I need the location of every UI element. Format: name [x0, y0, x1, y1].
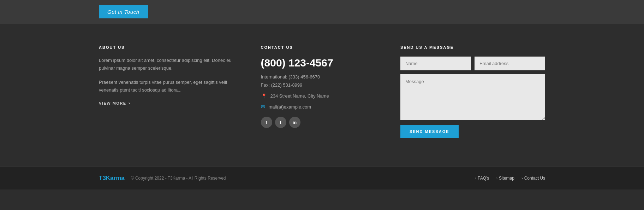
copyright-text: © Copyright 2022 - T3Karma - All Rights … — [131, 176, 226, 181]
name-input[interactable] — [400, 57, 471, 70]
footer-nav-contact[interactable]: › Contact Us — [521, 176, 545, 181]
address-text: 234 Street Name, City Name — [270, 93, 329, 99]
email-row: ✉ mail(at)example.com — [261, 104, 372, 110]
send-message-title: SEND US A MESSAGE — [400, 45, 545, 49]
view-more-label: VIEW MORE — [99, 101, 126, 105]
view-more-arrow-icon: › — [129, 100, 131, 106]
about-us-title: ABOUT US — [99, 45, 233, 49]
main-content: ABOUT US Lorem ipsum dolor sit amet, con… — [0, 24, 644, 167]
facebook-icon[interactable]: f — [261, 117, 272, 128]
send-message-button[interactable]: SEND MESSAGE — [400, 125, 459, 138]
phone-number: (800) 123-4567 — [261, 57, 372, 69]
brand-suffix: Karma — [106, 175, 125, 181]
faqs-arrow-icon: › — [475, 176, 476, 180]
fax-number: Fax: (222) 531-8999 — [261, 82, 372, 88]
about-us-section: ABOUT US Lorem ipsum dolor sit amet, con… — [99, 45, 233, 138]
brand-prefix: T3 — [99, 175, 106, 181]
top-bar: Get in Touch — [0, 0, 644, 24]
contact-label: Contact Us — [524, 176, 545, 181]
location-icon: 📍 — [261, 93, 267, 99]
international-phone: International: (333) 456-6670 — [261, 74, 372, 80]
email-icon: ✉ — [261, 104, 265, 110]
view-more-link[interactable]: VIEW MORE › — [99, 100, 233, 106]
footer-nav-faqs[interactable]: › FAQ's — [475, 176, 489, 181]
contact-arrow-icon: › — [521, 176, 523, 180]
address-row: 📍 234 Street Name, City Name — [261, 93, 372, 99]
contact-us-section: CONTACT US (800) 123-4567 International:… — [261, 45, 372, 138]
twitter-icon[interactable]: t — [275, 117, 286, 128]
about-para-1: Lorem ipsum dolor sit amet, consectetur … — [99, 57, 233, 72]
faqs-label: FAQ's — [478, 176, 489, 181]
send-message-section: SEND US A MESSAGE SEND MESSAGE — [400, 45, 545, 138]
footer-brand: T3Karma — [99, 175, 125, 182]
footer-nav: › FAQ's › Sitemap › Contact Us — [468, 176, 545, 181]
footer-nav-sitemap[interactable]: › Sitemap — [496, 176, 514, 181]
sitemap-label: Sitemap — [499, 176, 514, 181]
get-in-touch-button[interactable]: Get in Touch — [99, 5, 148, 18]
message-textarea[interactable] — [400, 74, 545, 120]
form-top-row — [400, 57, 545, 70]
contact-us-title: CONTACT US — [261, 45, 372, 49]
email-text: mail(at)example.com — [269, 104, 311, 110]
footer-left: T3Karma © Copyright 2022 - T3Karma - All… — [99, 175, 226, 182]
social-icons-row: f t in — [261, 117, 372, 128]
email-input[interactable] — [475, 57, 545, 70]
linkedin-icon[interactable]: in — [289, 117, 300, 128]
sitemap-arrow-icon: › — [496, 176, 497, 180]
footer: T3Karma © Copyright 2022 - T3Karma - All… — [0, 167, 644, 189]
about-para-2: Praesent venenatis turpis vitae purus se… — [99, 78, 233, 94]
